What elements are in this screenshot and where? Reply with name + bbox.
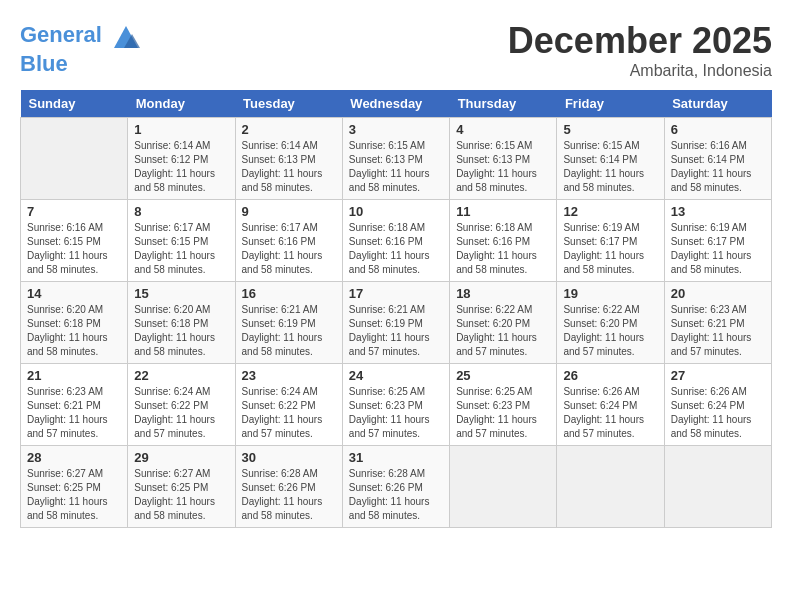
day-number: 21 xyxy=(27,368,121,383)
calendar-cell: 18Sunrise: 6:22 AM Sunset: 6:20 PM Dayli… xyxy=(450,282,557,364)
calendar-cell: 13Sunrise: 6:19 AM Sunset: 6:17 PM Dayli… xyxy=(664,200,771,282)
days-of-week-row: SundayMondayTuesdayWednesdayThursdayFrid… xyxy=(21,90,772,118)
calendar-cell: 12Sunrise: 6:19 AM Sunset: 6:17 PM Dayli… xyxy=(557,200,664,282)
day-number: 15 xyxy=(134,286,228,301)
calendar-cell: 24Sunrise: 6:25 AM Sunset: 6:23 PM Dayli… xyxy=(342,364,449,446)
day-number: 4 xyxy=(456,122,550,137)
day-info: Sunrise: 6:20 AM Sunset: 6:18 PM Dayligh… xyxy=(134,303,228,359)
calendar-cell: 9Sunrise: 6:17 AM Sunset: 6:16 PM Daylig… xyxy=(235,200,342,282)
calendar-cell: 1Sunrise: 6:14 AM Sunset: 6:12 PM Daylig… xyxy=(128,118,235,200)
day-number: 22 xyxy=(134,368,228,383)
calendar-cell: 6Sunrise: 6:16 AM Sunset: 6:14 PM Daylig… xyxy=(664,118,771,200)
day-info: Sunrise: 6:18 AM Sunset: 6:16 PM Dayligh… xyxy=(349,221,443,277)
day-info: Sunrise: 6:20 AM Sunset: 6:18 PM Dayligh… xyxy=(27,303,121,359)
day-info: Sunrise: 6:24 AM Sunset: 6:22 PM Dayligh… xyxy=(242,385,336,441)
day-number: 3 xyxy=(349,122,443,137)
day-info: Sunrise: 6:23 AM Sunset: 6:21 PM Dayligh… xyxy=(27,385,121,441)
day-info: Sunrise: 6:26 AM Sunset: 6:24 PM Dayligh… xyxy=(671,385,765,441)
day-info: Sunrise: 6:27 AM Sunset: 6:25 PM Dayligh… xyxy=(134,467,228,523)
location: Ambarita, Indonesia xyxy=(508,62,772,80)
calendar-cell: 21Sunrise: 6:23 AM Sunset: 6:21 PM Dayli… xyxy=(21,364,128,446)
calendar-cell xyxy=(450,446,557,528)
calendar-cell: 3Sunrise: 6:15 AM Sunset: 6:13 PM Daylig… xyxy=(342,118,449,200)
day-info: Sunrise: 6:22 AM Sunset: 6:20 PM Dayligh… xyxy=(563,303,657,359)
calendar-cell: 16Sunrise: 6:21 AM Sunset: 6:19 PM Dayli… xyxy=(235,282,342,364)
day-header-tuesday: Tuesday xyxy=(235,90,342,118)
calendar-table: SundayMondayTuesdayWednesdayThursdayFrid… xyxy=(20,90,772,528)
day-header-thursday: Thursday xyxy=(450,90,557,118)
calendar-cell: 31Sunrise: 6:28 AM Sunset: 6:26 PM Dayli… xyxy=(342,446,449,528)
calendar-cell: 10Sunrise: 6:18 AM Sunset: 6:16 PM Dayli… xyxy=(342,200,449,282)
calendar-week-3: 14Sunrise: 6:20 AM Sunset: 6:18 PM Dayli… xyxy=(21,282,772,364)
day-info: Sunrise: 6:16 AM Sunset: 6:15 PM Dayligh… xyxy=(27,221,121,277)
day-info: Sunrise: 6:28 AM Sunset: 6:26 PM Dayligh… xyxy=(242,467,336,523)
day-number: 25 xyxy=(456,368,550,383)
day-number: 23 xyxy=(242,368,336,383)
calendar-cell: 14Sunrise: 6:20 AM Sunset: 6:18 PM Dayli… xyxy=(21,282,128,364)
day-info: Sunrise: 6:15 AM Sunset: 6:13 PM Dayligh… xyxy=(349,139,443,195)
calendar-cell: 7Sunrise: 6:16 AM Sunset: 6:15 PM Daylig… xyxy=(21,200,128,282)
calendar-cell: 19Sunrise: 6:22 AM Sunset: 6:20 PM Dayli… xyxy=(557,282,664,364)
day-info: Sunrise: 6:25 AM Sunset: 6:23 PM Dayligh… xyxy=(456,385,550,441)
day-number: 20 xyxy=(671,286,765,301)
calendar-body: 1Sunrise: 6:14 AM Sunset: 6:12 PM Daylig… xyxy=(21,118,772,528)
day-info: Sunrise: 6:24 AM Sunset: 6:22 PM Dayligh… xyxy=(134,385,228,441)
day-number: 12 xyxy=(563,204,657,219)
calendar-week-5: 28Sunrise: 6:27 AM Sunset: 6:25 PM Dayli… xyxy=(21,446,772,528)
day-number: 6 xyxy=(671,122,765,137)
calendar-week-4: 21Sunrise: 6:23 AM Sunset: 6:21 PM Dayli… xyxy=(21,364,772,446)
day-info: Sunrise: 6:14 AM Sunset: 6:12 PM Dayligh… xyxy=(134,139,228,195)
day-number: 31 xyxy=(349,450,443,465)
day-number: 2 xyxy=(242,122,336,137)
calendar-cell: 11Sunrise: 6:18 AM Sunset: 6:16 PM Dayli… xyxy=(450,200,557,282)
day-number: 27 xyxy=(671,368,765,383)
title-block: December 2025 Ambarita, Indonesia xyxy=(508,20,772,80)
day-info: Sunrise: 6:19 AM Sunset: 6:17 PM Dayligh… xyxy=(563,221,657,277)
day-number: 7 xyxy=(27,204,121,219)
day-info: Sunrise: 6:23 AM Sunset: 6:21 PM Dayligh… xyxy=(671,303,765,359)
calendar-cell: 26Sunrise: 6:26 AM Sunset: 6:24 PM Dayli… xyxy=(557,364,664,446)
day-number: 9 xyxy=(242,204,336,219)
calendar-week-1: 1Sunrise: 6:14 AM Sunset: 6:12 PM Daylig… xyxy=(21,118,772,200)
logo-icon xyxy=(110,20,142,52)
day-info: Sunrise: 6:14 AM Sunset: 6:13 PM Dayligh… xyxy=(242,139,336,195)
day-info: Sunrise: 6:19 AM Sunset: 6:17 PM Dayligh… xyxy=(671,221,765,277)
logo: General Blue xyxy=(20,20,142,76)
day-header-sunday: Sunday xyxy=(21,90,128,118)
calendar-cell: 8Sunrise: 6:17 AM Sunset: 6:15 PM Daylig… xyxy=(128,200,235,282)
calendar-week-2: 7Sunrise: 6:16 AM Sunset: 6:15 PM Daylig… xyxy=(21,200,772,282)
day-info: Sunrise: 6:28 AM Sunset: 6:26 PM Dayligh… xyxy=(349,467,443,523)
calendar-header: SundayMondayTuesdayWednesdayThursdayFrid… xyxy=(21,90,772,118)
day-header-saturday: Saturday xyxy=(664,90,771,118)
day-header-monday: Monday xyxy=(128,90,235,118)
day-info: Sunrise: 6:26 AM Sunset: 6:24 PM Dayligh… xyxy=(563,385,657,441)
calendar-cell: 2Sunrise: 6:14 AM Sunset: 6:13 PM Daylig… xyxy=(235,118,342,200)
calendar-cell: 20Sunrise: 6:23 AM Sunset: 6:21 PM Dayli… xyxy=(664,282,771,364)
calendar-cell: 22Sunrise: 6:24 AM Sunset: 6:22 PM Dayli… xyxy=(128,364,235,446)
day-number: 24 xyxy=(349,368,443,383)
calendar-cell: 30Sunrise: 6:28 AM Sunset: 6:26 PM Dayli… xyxy=(235,446,342,528)
day-info: Sunrise: 6:15 AM Sunset: 6:14 PM Dayligh… xyxy=(563,139,657,195)
day-number: 17 xyxy=(349,286,443,301)
day-number: 30 xyxy=(242,450,336,465)
day-info: Sunrise: 6:21 AM Sunset: 6:19 PM Dayligh… xyxy=(349,303,443,359)
day-number: 19 xyxy=(563,286,657,301)
calendar-cell: 29Sunrise: 6:27 AM Sunset: 6:25 PM Dayli… xyxy=(128,446,235,528)
page-header: General Blue December 2025 Ambarita, Ind… xyxy=(20,20,772,80)
day-info: Sunrise: 6:25 AM Sunset: 6:23 PM Dayligh… xyxy=(349,385,443,441)
day-number: 16 xyxy=(242,286,336,301)
calendar-cell: 17Sunrise: 6:21 AM Sunset: 6:19 PM Dayli… xyxy=(342,282,449,364)
calendar-cell: 23Sunrise: 6:24 AM Sunset: 6:22 PM Dayli… xyxy=(235,364,342,446)
calendar-cell: 5Sunrise: 6:15 AM Sunset: 6:14 PM Daylig… xyxy=(557,118,664,200)
day-number: 13 xyxy=(671,204,765,219)
day-info: Sunrise: 6:18 AM Sunset: 6:16 PM Dayligh… xyxy=(456,221,550,277)
day-info: Sunrise: 6:15 AM Sunset: 6:13 PM Dayligh… xyxy=(456,139,550,195)
day-info: Sunrise: 6:22 AM Sunset: 6:20 PM Dayligh… xyxy=(456,303,550,359)
day-header-friday: Friday xyxy=(557,90,664,118)
day-number: 1 xyxy=(134,122,228,137)
day-number: 11 xyxy=(456,204,550,219)
day-info: Sunrise: 6:16 AM Sunset: 6:14 PM Dayligh… xyxy=(671,139,765,195)
day-number: 29 xyxy=(134,450,228,465)
day-info: Sunrise: 6:17 AM Sunset: 6:16 PM Dayligh… xyxy=(242,221,336,277)
calendar-cell: 15Sunrise: 6:20 AM Sunset: 6:18 PM Dayli… xyxy=(128,282,235,364)
